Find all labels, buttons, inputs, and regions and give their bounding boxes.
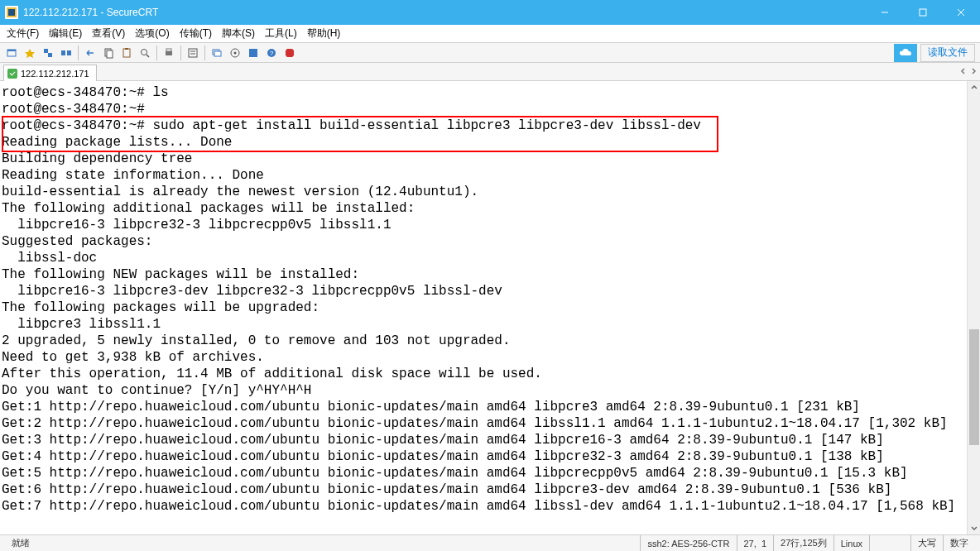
menu-edit[interactable]: 编辑(E) [49,26,82,41]
window-title: 122.112.212.171 - SecureCRT [23,7,866,18]
stop-icon[interactable] [281,45,298,61]
status-ready: 就绪 [5,535,36,551]
tab-strip: 122.112.212.171 [0,63,980,81]
tab-prev-icon[interactable] [960,65,967,77]
xyz-icon[interactable] [245,45,262,61]
status-vt: Linux [833,535,869,551]
svg-rect-13 [107,50,113,58]
svg-rect-1 [8,9,15,16]
svg-rect-24 [214,51,221,56]
app-icon [5,6,18,19]
scroll-up-icon[interactable] [968,81,980,94]
reconnect-icon[interactable] [40,45,56,61]
svg-rect-19 [166,49,171,51]
status-caps: 大写 [910,535,943,551]
svg-rect-8 [44,49,48,53]
connected-check-icon [7,69,17,79]
terminal-output[interactable]: root@ecs-348470:~# ls root@ecs-348470:~#… [0,81,980,534]
svg-rect-10 [61,50,65,55]
svg-text:?: ? [270,50,274,57]
menu-bar: 文件(F) 编辑(E) 查看(V) 选项(O) 传输(T) 脚本(S) 工具(L… [0,25,980,43]
vertical-scrollbar[interactable] [967,81,980,534]
svg-rect-3 [920,9,926,16]
close-button[interactable] [942,0,980,25]
scroll-thumb[interactable] [969,329,979,445]
help-icon[interactable]: ? [263,45,280,61]
toolbar: ? 读取文件 [0,43,980,63]
svg-line-17 [147,55,149,57]
toolbar-separator [180,46,181,60]
tab-label: 122.112.212.171 [21,69,89,79]
menu-transfer[interactable]: 传输(T) [180,26,212,41]
menu-view[interactable]: 查看(V) [92,26,125,41]
svg-rect-20 [189,49,197,57]
status-num: 数字 [943,535,975,551]
menu-script[interactable]: 脚本(S) [222,26,255,41]
menu-help[interactable]: 帮助(H) [307,26,341,41]
status-bar: 就绪 ssh2: AES-256-CTR 27, 1 27行,125列 Linu… [0,534,980,551]
read-file-button[interactable]: 读取文件 [920,44,975,62]
svg-rect-18 [166,51,172,55]
svg-point-26 [234,51,237,54]
minimize-button[interactable] [866,0,904,25]
status-cipher: ssh2: AES-256-CTR [640,535,736,551]
svg-rect-27 [249,49,257,57]
menu-tools[interactable]: 工具(L) [265,26,297,41]
menu-file[interactable]: 文件(F) [7,26,39,41]
print-icon[interactable] [161,45,177,61]
status-cursor: 27, 1 [737,535,774,551]
svg-rect-7 [7,50,16,51]
toolbar-separator [156,46,157,60]
maximize-button[interactable] [904,0,942,25]
svg-marker-30 [286,49,294,57]
title-bar: 122.112.212.171 - SecureCRT [0,0,980,25]
svg-rect-9 [48,53,52,57]
enter-icon[interactable] [82,45,98,61]
quick-connect-icon[interactable] [22,45,38,61]
svg-rect-14 [123,49,130,57]
session-tab[interactable]: 122.112.212.171 [3,65,97,81]
cloud-button[interactable] [894,44,917,62]
svg-rect-15 [125,48,128,50]
options-icon[interactable] [227,45,243,61]
status-size: 27行,125列 [773,535,833,551]
connect-icon[interactable] [3,45,20,61]
terminal-area: root@ecs-348470:~# ls root@ecs-348470:~#… [0,81,980,534]
session-clone-icon[interactable] [209,45,225,61]
copy-icon[interactable] [100,45,117,61]
paste-icon[interactable] [118,45,135,61]
scroll-down-icon[interactable] [968,521,980,534]
toolbar-separator [78,46,79,60]
svg-rect-11 [67,50,71,55]
find-icon[interactable] [137,45,153,61]
tab-next-icon[interactable] [970,65,977,77]
toolbar-separator [204,46,205,60]
disconnect-icon[interactable] [58,45,74,61]
properties-icon[interactable] [185,45,201,61]
svg-point-16 [142,49,147,55]
menu-options[interactable]: 选项(O) [135,26,169,41]
